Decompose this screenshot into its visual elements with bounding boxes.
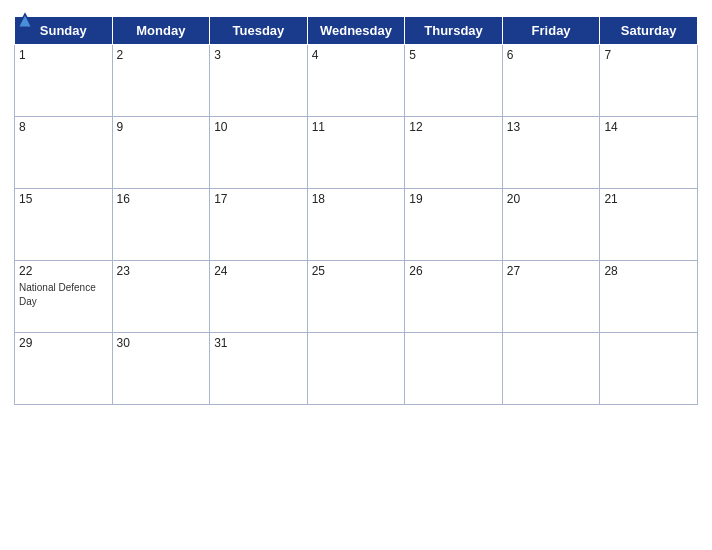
calendar-cell	[405, 333, 503, 405]
calendar-cell: 14	[600, 117, 698, 189]
date-number: 23	[117, 264, 206, 278]
date-number: 18	[312, 192, 401, 206]
calendar-cell: 2	[112, 45, 210, 117]
calendar-cell	[600, 333, 698, 405]
date-number: 19	[409, 192, 498, 206]
calendar-table: SundayMondayTuesdayWednesdayThursdayFrid…	[14, 16, 698, 405]
calendar-cell	[307, 333, 405, 405]
calendar-cell: 15	[15, 189, 113, 261]
date-number: 16	[117, 192, 206, 206]
date-number: 3	[214, 48, 303, 62]
date-number: 14	[604, 120, 693, 134]
date-number: 17	[214, 192, 303, 206]
date-number: 31	[214, 336, 303, 350]
calendar-container: SundayMondayTuesdayWednesdayThursdayFrid…	[0, 0, 712, 550]
calendar-cell: 20	[502, 189, 600, 261]
date-number: 21	[604, 192, 693, 206]
calendar-cell	[502, 333, 600, 405]
calendar-cell: 31	[210, 333, 308, 405]
calendar-cell: 7	[600, 45, 698, 117]
calendar-cell: 25	[307, 261, 405, 333]
date-number: 30	[117, 336, 206, 350]
date-number: 9	[117, 120, 206, 134]
calendar-cell: 17	[210, 189, 308, 261]
date-number: 26	[409, 264, 498, 278]
event-label: National Defence Day	[19, 282, 96, 307]
date-number: 11	[312, 120, 401, 134]
calendar-cell: 27	[502, 261, 600, 333]
calendar-week-row: 1234567	[15, 45, 698, 117]
calendar-week-row: 22National Defence Day232425262728	[15, 261, 698, 333]
calendar-cell: 3	[210, 45, 308, 117]
date-number: 2	[117, 48, 206, 62]
calendar-cell: 12	[405, 117, 503, 189]
calendar-thead: SundayMondayTuesdayWednesdayThursdayFrid…	[15, 17, 698, 45]
calendar-cell: 10	[210, 117, 308, 189]
date-number: 7	[604, 48, 693, 62]
calendar-cell: 9	[112, 117, 210, 189]
date-number: 28	[604, 264, 693, 278]
date-number: 12	[409, 120, 498, 134]
date-number: 22	[19, 264, 108, 278]
date-number: 10	[214, 120, 303, 134]
calendar-cell: 1	[15, 45, 113, 117]
date-number: 13	[507, 120, 596, 134]
calendar-cell: 30	[112, 333, 210, 405]
calendar-cell: 23	[112, 261, 210, 333]
date-number: 25	[312, 264, 401, 278]
date-number: 24	[214, 264, 303, 278]
weekday-header-tuesday: Tuesday	[210, 17, 308, 45]
calendar-cell: 18	[307, 189, 405, 261]
calendar-cell: 28	[600, 261, 698, 333]
calendar-cell: 29	[15, 333, 113, 405]
weekday-header-friday: Friday	[502, 17, 600, 45]
date-number: 29	[19, 336, 108, 350]
weekday-header-wednesday: Wednesday	[307, 17, 405, 45]
calendar-cell: 5	[405, 45, 503, 117]
generalblue-logo-icon	[14, 10, 36, 32]
date-number: 5	[409, 48, 498, 62]
weekday-header-row: SundayMondayTuesdayWednesdayThursdayFrid…	[15, 17, 698, 45]
weekday-header-monday: Monday	[112, 17, 210, 45]
logo-area	[14, 10, 39, 32]
date-number: 27	[507, 264, 596, 278]
date-number: 4	[312, 48, 401, 62]
calendar-cell: 4	[307, 45, 405, 117]
weekday-header-thursday: Thursday	[405, 17, 503, 45]
calendar-week-row: 891011121314	[15, 117, 698, 189]
calendar-cell: 21	[600, 189, 698, 261]
date-number: 1	[19, 48, 108, 62]
calendar-week-row: 293031	[15, 333, 698, 405]
calendar-cell: 8	[15, 117, 113, 189]
calendar-cell: 11	[307, 117, 405, 189]
weekday-header-saturday: Saturday	[600, 17, 698, 45]
calendar-cell: 16	[112, 189, 210, 261]
calendar-cell: 26	[405, 261, 503, 333]
calendar-week-row: 15161718192021	[15, 189, 698, 261]
calendar-cell: 6	[502, 45, 600, 117]
calendar-cell: 13	[502, 117, 600, 189]
calendar-cell: 22National Defence Day	[15, 261, 113, 333]
calendar-tbody: 12345678910111213141516171819202122Natio…	[15, 45, 698, 405]
date-number: 15	[19, 192, 108, 206]
date-number: 6	[507, 48, 596, 62]
date-number: 20	[507, 192, 596, 206]
calendar-cell: 24	[210, 261, 308, 333]
date-number: 8	[19, 120, 108, 134]
calendar-cell: 19	[405, 189, 503, 261]
